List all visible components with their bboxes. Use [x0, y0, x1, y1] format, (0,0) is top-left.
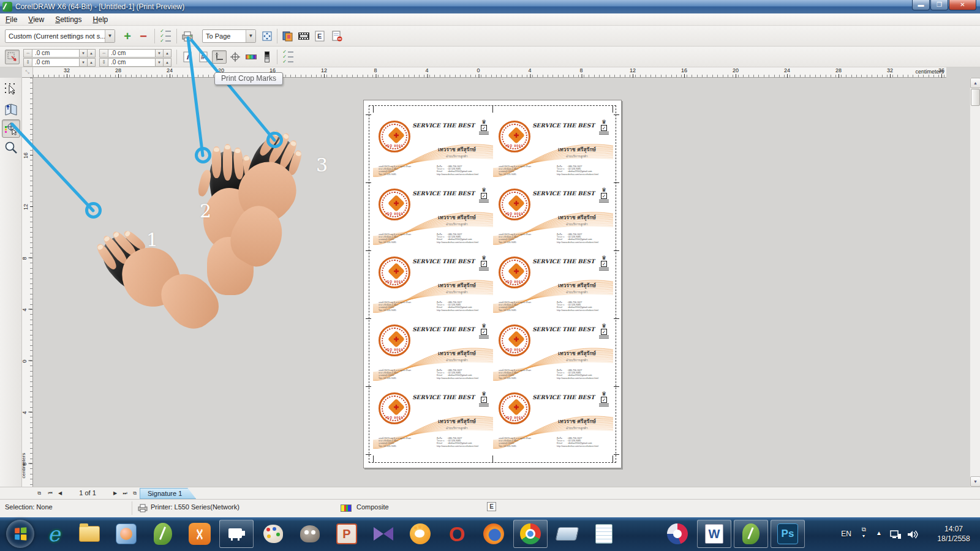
- business-card[interactable]: ISO 9001 SERVICE THE BEST ♛ ✓ เทวราช ศรี…: [493, 386, 613, 454]
- print-preview-page[interactable]: ISO 9001 SERVICE THE BEST ♛ ✓ เทวราช ศรี…: [363, 100, 622, 468]
- business-card[interactable]: ISO 9001 SERVICE THE BEST ♛ ✓ เทวราช ศรี…: [493, 114, 613, 182]
- restore-button[interactable]: ❐: [930, 0, 948, 10]
- insert-page-before-icon[interactable]: ⧉: [34, 489, 44, 498]
- combo-arrow-icon[interactable]: ▼: [246, 30, 255, 42]
- taskbar-coreldraw[interactable]: [151, 522, 175, 546]
- spin-down-icon[interactable]: ▼: [156, 58, 164, 67]
- offset-lock-icon[interactable]: ⇔: [99, 49, 108, 58]
- vertical-scrollbar[interactable]: ▲ ▼: [970, 78, 980, 487]
- print-registration-marks-button[interactable]: [228, 50, 243, 64]
- auto-position-marks-button[interactable]: [5, 50, 20, 64]
- taskbar-kmplayer[interactable]: [371, 522, 396, 546]
- taskbar-opera[interactable]: O: [445, 522, 469, 546]
- signature-tab[interactable]: Signature 1: [140, 488, 196, 499]
- taskbar-coreldraw-running[interactable]: [739, 522, 763, 546]
- spin-up-icon[interactable]: ▲: [164, 58, 172, 67]
- imposition-layout-tool[interactable]: [2, 100, 20, 118]
- pick-tool[interactable]: [2, 80, 20, 99]
- marks-options-button[interactable]: ✓ ✓ ✓: [281, 50, 295, 64]
- taskbar-word[interactable]: W: [702, 522, 726, 546]
- vertical-ruler[interactable]: 161284048 centimeters: [22, 78, 33, 487]
- print-button[interactable]: [180, 29, 195, 43]
- last-page-icon[interactable]: ⏭: [120, 489, 130, 498]
- taskbar-powerpoint[interactable]: P: [334, 522, 359, 546]
- close-print-preview-button[interactable]: [330, 29, 344, 43]
- close-button[interactable]: ✕: [949, 0, 976, 10]
- taskbar-internet-explorer[interactable]: e: [42, 522, 66, 546]
- print-style-combo[interactable]: Custom (Current settings not s... ▼: [5, 29, 115, 43]
- print-densitometer-button[interactable]: [260, 50, 274, 64]
- vertical-scroll-thumb[interactable]: [971, 89, 980, 106]
- taskbar-photoshop[interactable]: Ps: [775, 522, 800, 546]
- scroll-up-icon[interactable]: ▲: [970, 78, 980, 88]
- taskbar-paint[interactable]: [261, 522, 285, 546]
- show-hidden-icons[interactable]: ▲: [876, 530, 882, 536]
- business-card[interactable]: ISO 9001 SERVICE THE BEST ♛ ✓ เทวราช ศรี…: [493, 318, 613, 386]
- taskbar-xampp[interactable]: Ꭓ: [187, 522, 212, 546]
- next-page-icon[interactable]: ▶: [110, 489, 120, 498]
- taskbar-notepad[interactable]: [592, 522, 616, 546]
- invert-button[interactable]: [296, 29, 311, 43]
- preview-canvas[interactable]: ISO 9001 SERVICE THE BEST ♛ ✓ เทวราช ศรี…: [33, 78, 951, 487]
- menu-view[interactable]: View: [23, 14, 50, 25]
- spin-down-icon[interactable]: ▼: [80, 58, 88, 67]
- offset-lock-icon[interactable]: ⇕: [99, 58, 108, 67]
- business-card[interactable]: ISO 9001 SERVICE THE BEST ♛ ✓ เทวราช ศรี…: [493, 250, 613, 318]
- offset-lock-icon[interactable]: ⇕: [23, 58, 32, 67]
- offset-field[interactable]: .0 cm: [32, 49, 80, 58]
- business-card[interactable]: ISO 9001 SERVICE THE BEST ♛ ✓ เทวราช ศรี…: [373, 182, 493, 250]
- full-screen-preview-button[interactable]: [260, 29, 274, 43]
- taskbar-windows-explorer[interactable]: [77, 522, 102, 546]
- taskbar-scanner-app[interactable]: [555, 522, 579, 546]
- menu-file[interactable]: File: [0, 14, 23, 25]
- language-indicator[interactable]: EN: [841, 530, 851, 538]
- minimize-button[interactable]: ▬: [912, 0, 930, 10]
- print-page-numbers-button[interactable]: #: [196, 50, 211, 64]
- add-print-style-button[interactable]: +: [120, 29, 135, 43]
- taskbar-gimp[interactable]: [298, 522, 322, 546]
- taskbar-clock[interactable]: 14:07 18/1/2558: [932, 524, 975, 544]
- delete-print-style-button[interactable]: −: [136, 29, 151, 43]
- combo-arrow-icon[interactable]: ▼: [105, 30, 115, 42]
- menu-settings[interactable]: Settings: [50, 14, 87, 25]
- taskbar-firefox[interactable]: [481, 522, 506, 546]
- taskbar-projector-app[interactable]: [224, 522, 249, 546]
- ruler-corner[interactable]: ⤡: [22, 67, 33, 78]
- business-card[interactable]: ISO 9001 SERVICE THE BEST ♛ ✓ เทวราช ศรี…: [373, 250, 493, 318]
- business-card[interactable]: ISO 9001 SERVICE THE BEST ♛ ✓ เทวราช ศรี…: [373, 386, 493, 454]
- offset-field[interactable]: .0 cm: [108, 58, 156, 67]
- taskbar-gom-player[interactable]: [408, 522, 432, 546]
- taskbar-chrome[interactable]: [518, 522, 543, 546]
- print-crop-marks-button[interactable]: [212, 50, 227, 64]
- scroll-down-icon[interactable]: ▼: [970, 476, 980, 487]
- previous-page-icon[interactable]: ◀: [55, 489, 65, 498]
- spin-down-icon[interactable]: ▼: [156, 49, 164, 58]
- spin-up-icon[interactable]: ▲: [164, 49, 172, 58]
- spin-down-icon[interactable]: ▼: [80, 49, 88, 58]
- offset-field[interactable]: .0 cm: [32, 58, 80, 67]
- mirror-button[interactable]: E: [312, 29, 327, 43]
- business-card[interactable]: ISO 9001 SERVICE THE BEST ♛ ✓ เทวราช ศรี…: [373, 318, 493, 386]
- zoom-combo[interactable]: To Page ▼: [202, 29, 256, 43]
- offset-lock-icon[interactable]: ⇔: [23, 49, 32, 58]
- print-file-info-button[interactable]: i: [180, 50, 195, 64]
- presentation-display-icon[interactable]: ⧉: [862, 526, 866, 533]
- enable-color-separations-button[interactable]: [281, 29, 295, 43]
- start-button[interactable]: [6, 520, 34, 548]
- marks-placement-tool[interactable]: [2, 119, 20, 138]
- taskbar-media-player[interactable]: [114, 522, 138, 546]
- tray-dropdown-icon[interactable]: ▾: [862, 533, 865, 539]
- taskbar-swirl-browser[interactable]: [665, 522, 690, 546]
- print-calibration-bar-button[interactable]: [244, 50, 258, 64]
- network-icon[interactable]: [889, 530, 902, 539]
- insert-page-after-icon[interactable]: ⧉: [130, 489, 140, 498]
- spin-up-icon[interactable]: ▲: [88, 49, 96, 58]
- zoom-tool[interactable]: [2, 138, 20, 157]
- offset-field[interactable]: .0 cm: [108, 49, 156, 58]
- print-options-button[interactable]: ✓ ✓ ✓: [158, 29, 173, 43]
- menu-help[interactable]: Help: [88, 14, 114, 25]
- horizontal-ruler[interactable]: 3228242016128404812162024283236 centimet…: [33, 67, 946, 78]
- first-page-icon[interactable]: ⏮: [45, 489, 55, 498]
- spin-up-icon[interactable]: ▲: [88, 58, 96, 67]
- business-card[interactable]: ISO 9001 SERVICE THE BEST ♛ ✓ เทวราช ศรี…: [493, 182, 613, 250]
